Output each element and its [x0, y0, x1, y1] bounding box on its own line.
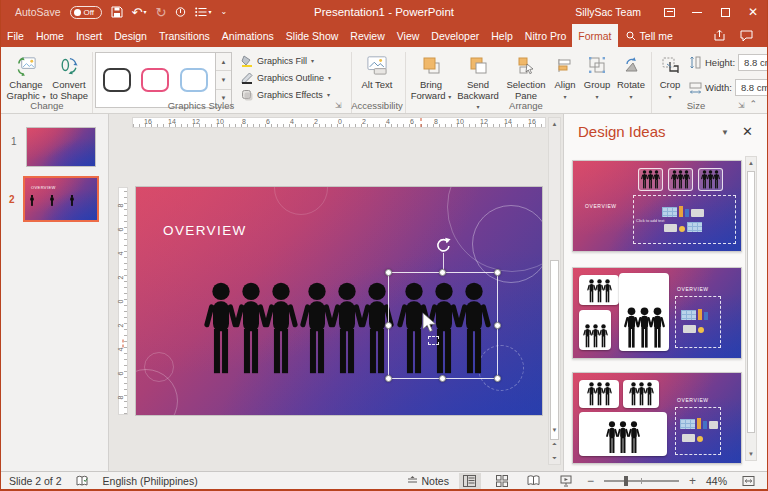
slide-canvas[interactable]: OVERVIEW — [136, 187, 542, 415]
reading-view-button[interactable] — [523, 473, 545, 489]
close-icon[interactable]: ✕ — [739, 0, 767, 24]
fit-slide-to-window-icon[interactable] — [737, 473, 759, 489]
crop-button[interactable]: Crop▾ — [655, 52, 685, 102]
design-idea-1[interactable]: OVERVIEW Click to add text — [572, 160, 742, 252]
panel-options-icon[interactable]: ▼ — [721, 128, 729, 137]
bullet-list-icon[interactable]: ▾ — [195, 7, 211, 17]
bring-forward-button[interactable]: Bring Forward ▾ — [409, 52, 453, 102]
people-graphic-group-1[interactable] — [204, 282, 298, 376]
tab-developer[interactable]: Developer — [425, 24, 485, 47]
zoom-level[interactable]: 44% — [706, 475, 727, 487]
people-graphic-group-2[interactable] — [300, 282, 394, 376]
width-input[interactable]: 8.8 cm — [735, 79, 768, 96]
tab-file[interactable]: File — [1, 24, 30, 47]
rotate-button[interactable]: Rotate▾ — [615, 52, 647, 102]
slide-1-thumbnail[interactable] — [26, 127, 96, 167]
graphics-styles-dialog-launcher-icon[interactable]: ⇲ — [335, 101, 342, 110]
style-swatch-2[interactable] — [137, 56, 173, 104]
scroll-up-icon[interactable]: ▲ — [746, 157, 756, 169]
convert-to-shape-button[interactable]: Convert to Shape — [48, 52, 90, 101]
height-input[interactable]: 8.8 cm — [738, 54, 768, 71]
notes-button[interactable]: Notes — [407, 475, 449, 487]
resize-handle-se[interactable] — [494, 375, 501, 382]
tab-format[interactable]: Format — [572, 24, 617, 47]
tab-insert[interactable]: Insert — [70, 24, 108, 47]
vertical-scrollbar[interactable]: ▲ ▼ ⏶ ⏷ — [548, 117, 561, 465]
graphics-fill-button[interactable]: Graphics Fill▾ — [241, 53, 314, 68]
ribbon-display-options-icon[interactable] — [655, 0, 683, 24]
zoom-slider[interactable] — [604, 480, 679, 482]
slideshow-view-button[interactable] — [555, 473, 577, 489]
scrollbar-thumb[interactable] — [747, 171, 755, 433]
scroll-down-icon[interactable]: ▼ — [549, 424, 560, 436]
slide-title-text[interactable]: OVERVIEW — [163, 223, 247, 238]
slide-sorter-view-button[interactable] — [491, 473, 513, 489]
save-icon[interactable] — [111, 6, 123, 18]
mouse-cursor — [422, 313, 437, 338]
rotate-handle-icon[interactable] — [435, 237, 451, 253]
list-dropdown-icon[interactable]: ▾ — [208, 9, 211, 15]
panel-close-icon[interactable]: ✕ — [742, 124, 753, 139]
size-dialog-launcher-icon[interactable]: ⇲ — [738, 101, 745, 110]
minimize-icon[interactable] — [683, 0, 711, 24]
restore-icon[interactable] — [711, 0, 739, 24]
change-graphic-button[interactable]: Change Graphic ▾ — [4, 52, 48, 102]
resize-handle-s[interactable] — [439, 375, 446, 382]
autosave-toggle[interactable]: Off — [70, 6, 102, 19]
redo-icon[interactable]: ↻ — [155, 6, 166, 19]
previous-slide-icon[interactable]: ⏶ — [549, 438, 560, 450]
graphics-outline-button[interactable]: Graphics Outline▾ — [241, 70, 331, 85]
tab-help[interactable]: Help — [485, 24, 519, 47]
next-slide-icon[interactable]: ⏷ — [549, 452, 560, 464]
tab-home[interactable]: Home — [30, 24, 70, 47]
align-button[interactable]: Align▾ — [551, 52, 579, 102]
customize-qat-icon[interactable]: ⌄ — [220, 8, 227, 16]
account-name[interactable]: SillySac Team — [575, 6, 641, 18]
tab-view[interactable]: View — [391, 24, 426, 47]
tell-me-box[interactable]: Tell me — [618, 24, 681, 47]
tab-slide-show[interactable]: Slide Show — [280, 24, 345, 47]
style-swatch-3[interactable] — [176, 56, 212, 104]
resize-handle-w[interactable] — [385, 322, 392, 329]
gallery-down-icon[interactable]: ▼ — [216, 71, 231, 89]
resize-handle-n[interactable] — [439, 269, 446, 276]
language-indicator[interactable]: English (Philippines) — [103, 475, 198, 487]
normal-view-button[interactable] — [459, 473, 481, 489]
scroll-down-icon[interactable]: ▼ — [746, 448, 756, 460]
collapse-ribbon-icon[interactable]: ⌃ — [749, 99, 757, 109]
zoom-out-icon[interactable]: − — [587, 474, 594, 488]
design-idea-2[interactable]: OVERVIEW — [572, 267, 742, 359]
alt-text-button[interactable]: Alt Text — [357, 52, 397, 91]
tab-design[interactable]: Design — [108, 24, 153, 47]
tab-nitro-pro[interactable]: Nitro Pro — [519, 24, 572, 47]
tab-review[interactable]: Review — [344, 24, 390, 47]
resize-handle-sw[interactable] — [385, 375, 392, 382]
ruler-cursor-marker — [421, 118, 422, 127]
share-icon[interactable] — [713, 29, 726, 42]
slide-2-thumbnail[interactable]: OVERVIEW — [23, 176, 99, 222]
tab-animations[interactable]: Animations — [216, 24, 280, 47]
spell-check-icon[interactable] — [76, 475, 89, 487]
notes-icon — [407, 476, 418, 486]
touch-mode-icon[interactable] — [175, 6, 186, 18]
slide-indicator[interactable]: Slide 2 of 2 — [9, 475, 62, 487]
resize-handle-ne[interactable] — [494, 269, 501, 276]
search-icon — [626, 31, 636, 41]
design-idea-3[interactable]: OVERVIEW — [572, 372, 742, 464]
selection-pane-button[interactable]: Selection Pane — [503, 52, 549, 101]
resize-handle-nw[interactable] — [385, 269, 392, 276]
comments-icon[interactable] — [740, 30, 753, 42]
zoom-slider-thumb[interactable] — [624, 476, 628, 486]
undo-dropdown-icon[interactable]: ▾ — [143, 9, 146, 15]
gallery-up-icon[interactable]: ▲ — [216, 53, 231, 71]
zoom-in-icon[interactable]: + — [689, 474, 696, 488]
selection-bounding-box[interactable] — [388, 272, 498, 379]
design-panel-scrollbar[interactable]: ▲ ▼ — [745, 156, 757, 461]
scrollbar-thumb[interactable] — [550, 260, 559, 440]
resize-handle-e[interactable] — [494, 322, 501, 329]
group-button[interactable]: Group▾ — [581, 52, 613, 102]
style-swatch-1[interactable] — [99, 56, 135, 104]
tab-transitions[interactable]: Transitions — [153, 24, 216, 47]
undo-icon[interactable]: ↶▾ — [132, 6, 147, 19]
scroll-up-icon[interactable]: ▲ — [549, 118, 560, 130]
